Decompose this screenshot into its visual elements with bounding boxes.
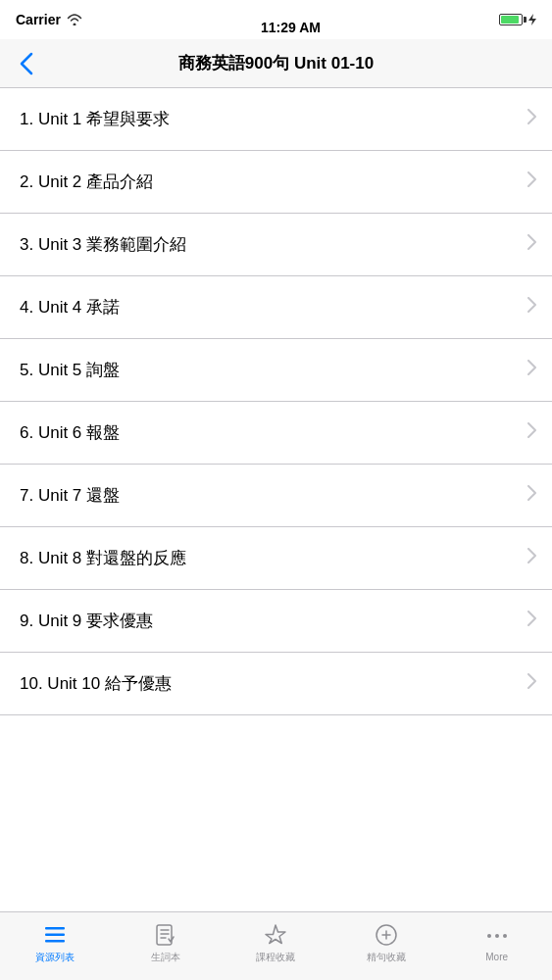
more-icon bbox=[484, 923, 510, 949]
chevron-right-icon bbox=[527, 172, 536, 192]
time-label: 11:29 AM bbox=[261, 20, 321, 35]
list-item[interactable]: 10. Unit 10 給予優惠 bbox=[0, 653, 552, 715]
list-item-label: 1. Unit 1 希望與要求 bbox=[20, 108, 520, 130]
svg-rect-2 bbox=[45, 940, 65, 943]
list-item-label: 7. Unit 7 還盤 bbox=[20, 484, 520, 507]
wifi-icon bbox=[67, 14, 82, 25]
list-item-label: 2. Unit 2 產品介紹 bbox=[20, 171, 520, 193]
nav-title: 商務英語900句 Unit 01-10 bbox=[178, 52, 374, 74]
svg-rect-0 bbox=[45, 927, 65, 930]
add-fav-icon bbox=[374, 922, 399, 948]
chevron-right-icon bbox=[527, 485, 536, 506]
vocab-icon bbox=[153, 922, 178, 948]
list-item[interactable]: 7. Unit 7 還盤 bbox=[0, 465, 552, 527]
list-item[interactable]: 4. Unit 4 承諾 bbox=[0, 276, 552, 339]
list-icon bbox=[42, 922, 68, 948]
list-item-label: 4. Unit 4 承諾 bbox=[20, 296, 520, 318]
lightning-icon bbox=[528, 14, 536, 25]
chevron-right-icon bbox=[527, 109, 536, 129]
tab-course-fav[interactable]: 課程收藏 bbox=[221, 912, 331, 973]
list-item[interactable]: 1. Unit 1 希望與要求 bbox=[0, 88, 552, 151]
list-item[interactable]: 6. Unit 6 報盤 bbox=[0, 402, 552, 465]
tab-resources[interactable]: 資源列表 bbox=[0, 912, 111, 973]
tab-sentence-fav[interactable]: 精句收藏 bbox=[331, 912, 442, 973]
list-item[interactable]: 8. Unit 8 對還盤的反應 bbox=[0, 527, 552, 590]
chevron-right-icon bbox=[527, 673, 536, 694]
chevron-right-icon bbox=[527, 611, 536, 631]
list-item[interactable]: 2. Unit 2 產品介紹 bbox=[0, 151, 552, 214]
tab-bar: 資源列表 生詞本 課程收藏 精句收藏 More bbox=[0, 911, 552, 980]
unit-list: 1. Unit 1 希望與要求2. Unit 2 產品介紹3. Unit 3 業… bbox=[0, 88, 552, 911]
chevron-right-icon bbox=[527, 548, 536, 568]
list-item-label: 9. Unit 9 要求優惠 bbox=[20, 610, 520, 632]
svg-rect-1 bbox=[45, 933, 65, 936]
list-item-label: 8. Unit 8 對還盤的反應 bbox=[20, 547, 520, 569]
tab-vocabulary-label: 生詞本 bbox=[151, 951, 180, 964]
list-item-label: 10. Unit 10 給予優惠 bbox=[20, 672, 520, 695]
status-bar: Carrier 11:29 AM bbox=[0, 0, 552, 39]
battery-icon bbox=[499, 14, 523, 25]
chevron-right-icon bbox=[527, 360, 536, 380]
list-item[interactable]: 5. Unit 5 詢盤 bbox=[0, 339, 552, 402]
svg-rect-3 bbox=[157, 925, 172, 945]
svg-point-7 bbox=[503, 934, 507, 938]
tab-more[interactable]: More bbox=[441, 912, 552, 973]
list-item-label: 3. Unit 3 業務範圍介紹 bbox=[20, 233, 520, 256]
battery-area bbox=[499, 14, 536, 25]
nav-bar: 商務英語900句 Unit 01-10 bbox=[0, 39, 552, 88]
list-item[interactable]: 9. Unit 9 要求優惠 bbox=[0, 590, 552, 653]
tab-resources-label: 資源列表 bbox=[35, 951, 75, 964]
back-button[interactable] bbox=[12, 52, 41, 75]
list-item-label: 6. Unit 6 報盤 bbox=[20, 421, 520, 444]
svg-point-5 bbox=[487, 934, 491, 938]
tab-course-fav-label: 課程收藏 bbox=[256, 951, 295, 964]
carrier-label: Carrier bbox=[16, 12, 61, 27]
chevron-right-icon bbox=[527, 297, 536, 318]
tab-more-label: More bbox=[485, 952, 508, 962]
carrier-wifi: Carrier bbox=[16, 12, 82, 27]
svg-point-6 bbox=[495, 934, 499, 938]
chevron-right-icon bbox=[527, 422, 536, 443]
list-item-label: 5. Unit 5 詢盤 bbox=[20, 359, 520, 381]
tab-sentence-fav-label: 精句收藏 bbox=[367, 951, 406, 964]
list-item[interactable]: 3. Unit 3 業務範圍介紹 bbox=[0, 214, 552, 276]
tab-vocabulary[interactable]: 生詞本 bbox=[111, 912, 222, 973]
star-icon bbox=[263, 922, 288, 948]
chevron-right-icon bbox=[527, 234, 536, 255]
battery-fill bbox=[501, 16, 519, 24]
